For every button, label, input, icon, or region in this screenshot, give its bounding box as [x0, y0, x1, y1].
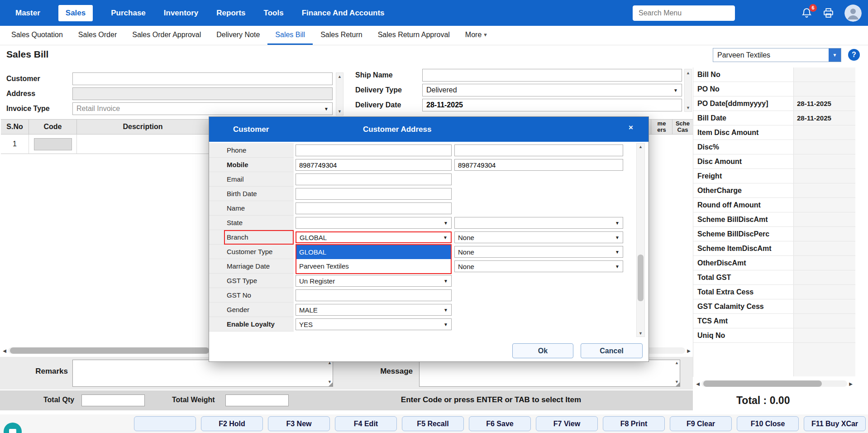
po-date-value[interactable]: 28-11-2025	[793, 96, 855, 111]
round-off-value[interactable]	[793, 198, 855, 212]
state-select-2[interactable]: ▼	[454, 217, 623, 229]
tab-sales-quotation[interactable]: Sales Quotation	[4, 26, 71, 45]
total-weight-input[interactable]	[225, 395, 289, 406]
tab-sales-order-approval[interactable]: Sales Order Approval	[124, 26, 209, 45]
ship-name-input[interactable]	[422, 69, 682, 82]
f5-recall-button[interactable]: F5 Recall	[402, 416, 464, 431]
nav-item-reports[interactable]: Reports	[216, 9, 245, 18]
gst-calamity-cess-value[interactable]	[793, 299, 855, 313]
gender-select[interactable]: MALE▼	[296, 304, 452, 316]
notifications-button[interactable]: 6	[801, 7, 813, 19]
resize-grip-icon[interactable]	[675, 382, 680, 387]
scroll-up-icon[interactable]: ▲	[675, 361, 679, 365]
scroll-down-icon[interactable]: ▼	[686, 105, 690, 111]
f9-clear-button[interactable]: F9 Clear	[670, 416, 732, 431]
f4-edit-button[interactable]: F4 Edit	[335, 416, 397, 431]
freight-value[interactable]	[793, 169, 855, 183]
scroll-left-icon[interactable]: ◀	[1, 348, 8, 353]
f1-button[interactable]	[134, 416, 196, 431]
company-select[interactable]: Parveen Textiles ▼	[713, 48, 841, 62]
print-button[interactable]	[823, 7, 835, 19]
branch-select[interactable]: GLOBAL▼	[296, 231, 452, 243]
scheme-billdiscamt-value[interactable]	[793, 212, 855, 226]
other-disc-amt-value[interactable]	[793, 256, 855, 270]
tab-sales-bill[interactable]: Sales Bill	[267, 26, 313, 45]
scroll-up-icon[interactable]: ▲	[338, 74, 342, 79]
email-input[interactable]	[296, 173, 452, 185]
branch-select-2[interactable]: None▼	[454, 231, 623, 243]
scrollbar-thumb[interactable]	[638, 255, 644, 301]
other-charge-value[interactable]	[793, 183, 855, 197]
f8-print-button[interactable]: F8 Print	[603, 416, 665, 431]
scroll-left-icon[interactable]: ◀	[694, 381, 701, 386]
scroll-up-icon[interactable]: ▲	[686, 70, 690, 76]
f7-view-button[interactable]: F7 View	[536, 416, 598, 431]
scrollbar-thumb[interactable]	[703, 380, 822, 387]
f6-save-button[interactable]: F6 Save	[469, 416, 531, 431]
nav-item-purchase[interactable]: Purchase	[111, 9, 146, 18]
f3-new-button[interactable]: F3 New	[268, 416, 330, 431]
branch-option-global[interactable]: GLOBAL	[296, 245, 451, 259]
total-extra-cess-value[interactable]	[793, 285, 855, 299]
nav-item-inventory[interactable]: Inventory	[164, 9, 199, 18]
name-input[interactable]	[296, 202, 452, 214]
tab-sales-order[interactable]: Sales Order	[71, 26, 124, 45]
uniq-no-value[interactable]	[793, 328, 855, 342]
delivery-type-select[interactable]: Delivered ▼	[422, 84, 682, 96]
enable-loyalty-select[interactable]: YES▼	[296, 318, 452, 330]
nav-item-master[interactable]: Master	[15, 9, 40, 18]
nav-item-sales[interactable]: Sales	[58, 5, 93, 21]
nav-item-tools[interactable]: Tools	[264, 9, 284, 18]
tcs-amt-value[interactable]	[793, 314, 855, 328]
row-description-cell[interactable]	[77, 135, 209, 154]
customer-input[interactable]	[72, 72, 333, 85]
message-textarea[interactable]	[419, 360, 680, 387]
disc-percent-value[interactable]	[793, 140, 855, 154]
mobile-input[interactable]	[296, 159, 452, 171]
item-disc-amount-value[interactable]	[793, 125, 855, 140]
mobile-input-2[interactable]	[454, 159, 623, 171]
scroll-down-icon[interactable]: ▼	[338, 109, 342, 114]
scrollbar-thumb[interactable]	[10, 347, 209, 354]
scroll-right-icon[interactable]: ▶	[685, 348, 692, 353]
total-gst-value[interactable]	[793, 270, 855, 284]
phone-input[interactable]	[296, 144, 452, 156]
f2-hold-button[interactable]: F2 Hold	[201, 416, 263, 431]
bill-no-value[interactable]	[793, 67, 855, 82]
scheme-itemdiscamt-value[interactable]	[793, 241, 855, 255]
nav-item-finance-and-accounts[interactable]: Finance And Accounts	[302, 9, 385, 18]
scroll-down-icon[interactable]: ▼	[637, 331, 644, 336]
delivery-date-input[interactable]	[422, 99, 682, 111]
scroll-right-icon[interactable]: ▶	[847, 381, 854, 386]
marriage-date-select-2[interactable]: None▼	[454, 260, 623, 272]
search-menu-input[interactable]	[633, 5, 735, 21]
address-input[interactable]	[72, 87, 333, 100]
tab-sales-return[interactable]: Sales Return	[313, 26, 370, 45]
phone-input-2[interactable]	[454, 144, 623, 156]
customer-type-select-2[interactable]: None▼	[454, 246, 623, 258]
gst-type-select[interactable]: Un Register▼	[296, 275, 452, 287]
po-no-value[interactable]	[793, 82, 855, 96]
tab-sales-return-approval[interactable]: Sales Return Approval	[370, 26, 458, 45]
remarks-textarea[interactable]	[72, 360, 333, 387]
f10-close-button[interactable]: F10 Close	[737, 416, 799, 431]
f11-buy-xcarry-button[interactable]: F11 Buy XCar	[804, 416, 866, 431]
cancel-button[interactable]: Cancel	[581, 343, 643, 358]
scheme-billdiscperc-value[interactable]	[793, 227, 855, 241]
state-select[interactable]: ▼	[296, 217, 452, 229]
gst-no-input[interactable]	[296, 289, 452, 301]
close-icon[interactable]: ×	[629, 124, 633, 131]
disc-amount-value[interactable]	[793, 154, 855, 168]
tab-more[interactable]: More ▾	[458, 26, 495, 45]
ok-button[interactable]: Ok	[512, 343, 573, 358]
invoice-type-select[interactable]: Retail Invoice ▼	[72, 102, 333, 115]
tab-delivery-note[interactable]: Delivery Note	[209, 26, 267, 45]
scroll-up-icon[interactable]: ▲	[637, 144, 644, 149]
bill-date-value[interactable]: 28-11-2025	[793, 111, 855, 125]
total-qty-input[interactable]	[81, 395, 145, 406]
code-cell-input[interactable]	[34, 138, 72, 150]
user-avatar[interactable]	[844, 5, 862, 22]
branch-option-parveen-textiles[interactable]: Parveen Textiles	[296, 259, 451, 273]
birth-date-input[interactable]	[296, 188, 452, 200]
resize-grip-icon[interactable]	[328, 382, 333, 387]
